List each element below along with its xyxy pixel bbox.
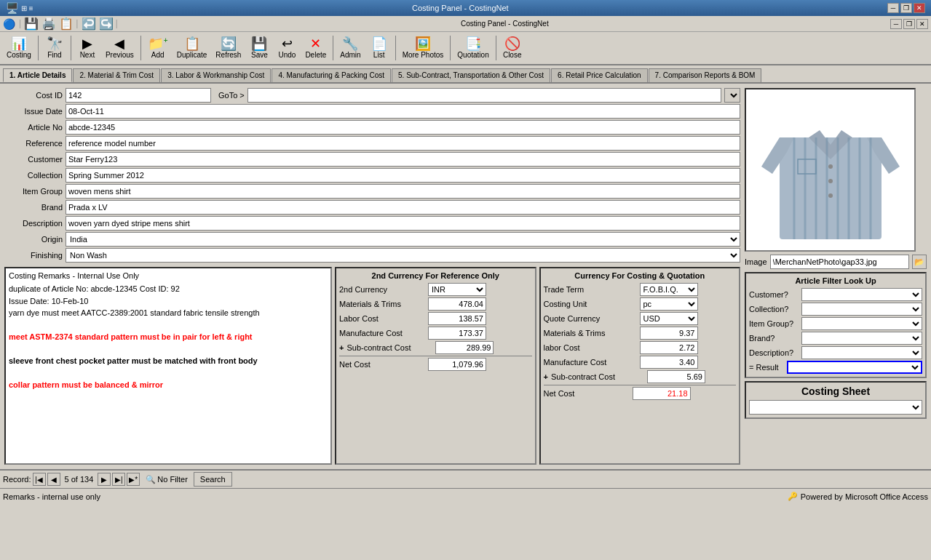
cost-id-input[interactable] <box>66 88 211 103</box>
toolbar-sep-3 <box>140 36 141 60</box>
title-bar: 🖥️ ⊞ ≡ Costing Panel - CostingNet ─ ❐ ✕ <box>0 0 931 16</box>
main-toolbar: 📊 Costing 🔭 Find ▶ Next ◀ Previous 📁+ Ad… <box>0 32 931 65</box>
issue-date-row: Issue Date <box>4 104 740 119</box>
trade-term-select[interactable]: F.O.B.I.Q. <box>640 283 698 296</box>
previous-button[interactable]: ◀ Previous <box>102 33 138 63</box>
currency2-select[interactable]: INR <box>428 283 486 296</box>
costing-unit-row: Costing Unit pc <box>544 297 737 311</box>
filter-collection-select[interactable] <box>801 303 922 316</box>
nav-new-button[interactable]: ▶* <box>127 473 140 486</box>
next-button[interactable]: ▶ Next <box>74 33 100 63</box>
find-button[interactable]: 🔭 Find <box>41 33 68 63</box>
currency2-materials-label: Materials & Trims <box>339 300 427 308</box>
origin-label: Origin <box>4 235 63 244</box>
tab-article-details[interactable]: 1. Article Details <box>3 68 72 82</box>
currency2-net-value[interactable] <box>428 358 486 371</box>
record-nav: Record: |◀ ◀ 5 of 134 ▶ ▶| ▶* <box>3 473 140 486</box>
finishing-select[interactable]: Non Wash <box>66 248 740 263</box>
filter-brand-label: Brand? <box>749 334 800 343</box>
collection-input[interactable] <box>66 168 740 183</box>
currency2-labor-value[interactable] <box>428 312 486 325</box>
filter-title: Article Filter Look Up <box>749 276 922 285</box>
inner-restore[interactable]: ❐ <box>903 19 915 29</box>
tab-labor[interactable]: 3. Labor & Workmanship Cost <box>161 68 271 82</box>
remarks-title: Costing Remarks - Internal Use Only <box>9 271 328 280</box>
costing-labor-row: labor Cost <box>544 341 737 354</box>
currency2-manufacture-value[interactable] <box>428 327 486 340</box>
previous-icon: ◀ <box>114 37 124 50</box>
brand-row: Brand <box>4 200 740 215</box>
goto-input[interactable] <box>247 88 721 103</box>
nav-next-button[interactable]: ▶ <box>98 473 111 486</box>
brand-input[interactable] <box>66 200 740 215</box>
collection-row: Collection <box>4 168 740 183</box>
costing-net-row: Net Cost <box>544 385 737 400</box>
remarks-line2: Issue Date: 10-Feb-10 <box>9 295 328 308</box>
tab-comparison[interactable]: 7. Comparison Reports & BOM <box>649 68 762 82</box>
filter-brand-select[interactable] <box>801 332 922 345</box>
quotation-button[interactable]: 📑 Quotation <box>453 33 492 63</box>
tab-sub-contract[interactable]: 5. Sub-Contract, Transportation & Other … <box>392 68 550 82</box>
costing-net-value[interactable] <box>633 387 691 400</box>
nav-prev-button[interactable]: ◀ <box>47 473 60 486</box>
filter-itemgroup-select[interactable] <box>801 317 922 330</box>
filter-result-select[interactable] <box>787 361 922 374</box>
filter-description-select[interactable] <box>801 346 922 359</box>
save-button[interactable]: 💾 Save <box>246 33 272 63</box>
restore-btn[interactable]: ❐ <box>900 3 912 13</box>
costing-materials-value[interactable] <box>640 327 698 340</box>
add-button[interactable]: 📁+ Add <box>144 33 172 63</box>
list-icon: 📄 <box>371 37 387 50</box>
inner-close[interactable]: ✕ <box>916 19 928 29</box>
item-group-input[interactable] <box>66 184 740 199</box>
status-remarks: Remarks - internal use only <box>3 492 100 501</box>
reference-input[interactable] <box>66 136 740 151</box>
remarks-line5: sleeve front chest pocket patter must be… <box>9 355 328 367</box>
issue-date-input[interactable] <box>66 104 740 119</box>
admin-button[interactable]: 🔧 Admin <box>336 33 364 63</box>
duplicate-button[interactable]: 📋 Duplicate <box>173 33 211 63</box>
description-input[interactable] <box>66 216 740 231</box>
filter-customer-select[interactable] <box>801 288 922 301</box>
currency2-materials-value[interactable] <box>428 297 486 311</box>
costing-manufacture-value[interactable] <box>640 356 698 369</box>
costing-sub-value[interactable] <box>647 370 705 383</box>
tab-manufacturing[interactable]: 4. Manufacturing & Packing Cost <box>272 68 391 82</box>
currency2-plus: + <box>339 343 344 352</box>
filter-collection-row: Collection? <box>749 303 922 316</box>
filter-result-row: = Result <box>749 361 922 374</box>
costing-sheet-select[interactable] <box>749 400 922 415</box>
filter-customer-label: Customer? <box>749 290 800 299</box>
costing-unit-select[interactable]: pc <box>640 297 698 311</box>
nav-first-button[interactable]: |◀ <box>33 473 46 486</box>
costing-labor-value[interactable] <box>640 341 698 354</box>
quote-currency-select[interactable]: USD <box>640 312 698 325</box>
more-photos-button[interactable]: 🖼️ More Photos <box>399 33 448 63</box>
list-button[interactable]: 📄 List <box>366 33 392 63</box>
ms-access-icon: 🔑 <box>788 492 798 501</box>
close-btn[interactable]: ✕ <box>914 3 925 13</box>
nav-last-button[interactable]: ▶| <box>112 473 125 486</box>
quote-currency-label: Quote Currency <box>544 314 638 323</box>
goto-dropdown[interactable]: ▼ <box>724 88 740 103</box>
search-button[interactable]: Search <box>194 472 232 487</box>
costing-plus: + <box>544 372 548 381</box>
customer-input[interactable] <box>66 152 740 167</box>
next-icon: ▶ <box>82 37 92 50</box>
close-button[interactable]: 🚫 Close <box>499 33 526 63</box>
tab-material-trim[interactable]: 2. Material & Trim Cost <box>73 68 160 82</box>
image-browse-button[interactable]: 📂 <box>912 255 927 269</box>
costing-button[interactable]: 📊 Costing <box>3 33 35 63</box>
inner-minimize[interactable]: ─ <box>890 19 902 29</box>
image-path-input[interactable] <box>770 255 909 269</box>
tab-retail-price[interactable]: 6. Retail Price Calculation <box>551 68 648 82</box>
minimize-btn[interactable]: ─ <box>887 3 899 13</box>
origin-select[interactable]: India <box>66 232 740 247</box>
currency2-sub-value[interactable] <box>435 341 494 354</box>
record-label: Record: <box>3 475 31 484</box>
undo-button[interactable]: ↩ Undo <box>274 33 300 63</box>
article-no-input[interactable] <box>66 120 740 135</box>
delete-button[interactable]: ✕ Delete <box>301 33 330 63</box>
secondary-toolbar: 🔵 │ 💾 🖨️ 📋 │ ↩️ ↪️ │ Costing Panel - Cos… <box>0 16 931 32</box>
refresh-button[interactable]: 🔄 Refresh <box>212 33 245 63</box>
